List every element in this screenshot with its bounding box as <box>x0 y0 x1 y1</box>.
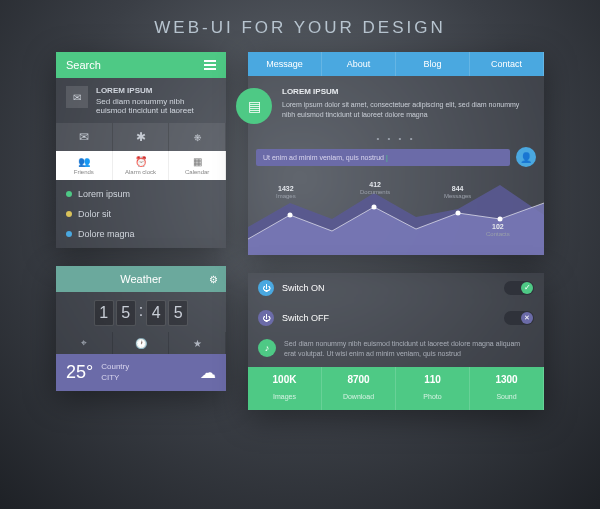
digit: 5 <box>116 300 136 326</box>
star-icon[interactable]: ★ <box>169 332 226 354</box>
chart-label: 844Messages <box>444 185 471 201</box>
power-icon: ⏻ <box>258 310 274 326</box>
description-row: ♪ Sed diam nonummy nibh euismod tincidun… <box>248 333 544 367</box>
alarm-tile[interactable]: ⏰Alarm clock <box>113 151 170 180</box>
tab-contact[interactable]: Contact <box>470 52 544 76</box>
svg-point-0 <box>288 213 293 218</box>
clock: 1 5 : 4 5 <box>56 292 226 332</box>
search-input[interactable]: Ut enim ad minim veniam, quis nostrud | <box>256 149 510 166</box>
svg-point-2 <box>456 211 461 216</box>
pager-dots[interactable]: • • • • <box>248 134 544 147</box>
power-icon: ⏻ <box>258 280 274 296</box>
stat-images[interactable]: 100KImages <box>248 367 322 410</box>
main-panel: Message About Blog Contact ▤ LOREM IPSUM… <box>248 52 544 255</box>
calendar-tile[interactable]: ▦Calendar <box>169 151 226 180</box>
digit: 5 <box>168 300 188 326</box>
gear-icon[interactable]: ⚙ <box>209 274 218 285</box>
list-item[interactable]: Dolore magna <box>56 224 226 244</box>
weather-footer: 25° CountryCITY ☁ <box>56 354 226 391</box>
search-panel: Search ✉ LOREM IPSUMSed diam nonummy nib… <box>56 52 226 248</box>
sidebar-list: Lorem ipsum Dolor sit Dolore magna <box>56 180 226 248</box>
temperature: 25° <box>66 362 93 383</box>
svg-point-1 <box>372 205 377 210</box>
weather-icons: ⌖ 🕐 ★ <box>56 332 226 354</box>
tab-about[interactable]: About <box>322 52 396 76</box>
digit: 1 <box>94 300 114 326</box>
clock-icon[interactable]: 🕐 <box>113 332 170 354</box>
friends-tile[interactable]: 👥Friends <box>56 151 113 180</box>
location: CountryCITY <box>101 362 192 383</box>
bug-icon[interactable]: ✱ <box>113 123 170 151</box>
user-icon[interactable]: 👤 <box>516 147 536 167</box>
cloud-icon: ☁ <box>200 363 216 382</box>
svg-point-3 <box>498 217 503 222</box>
switch-panel: ⏻ Switch ON ⏻ Switch OFF ♪ Sed diam nonu… <box>248 273 544 410</box>
list-item[interactable]: Lorem ipsum <box>56 184 226 204</box>
chart-label: 1432Images <box>276 185 296 201</box>
search-lorem: LOREM IPSUMSed diam nonummy nibh euismod… <box>96 86 216 115</box>
digit: 4 <box>146 300 166 326</box>
icon-row: ✉ ✱ ⎈ <box>56 123 226 151</box>
mail-icon[interactable]: ✉ <box>56 123 113 151</box>
weather-title: Weather <box>120 273 161 285</box>
list-item[interactable]: Dolor sit <box>56 204 226 224</box>
stat-photo[interactable]: 110Photo <box>396 367 470 410</box>
anchor-icon[interactable]: ⎈ <box>169 123 226 151</box>
tab-message[interactable]: Message <box>248 52 322 76</box>
stats-bar: 100KImages 8700Download 110Photo 1300Sou… <box>248 367 544 410</box>
menu-icon[interactable] <box>204 60 216 70</box>
chart-label: 102Contacts <box>486 223 510 239</box>
stat-sound[interactable]: 1300Sound <box>470 367 544 410</box>
toggle-off[interactable] <box>504 311 534 325</box>
area-chart: 1432Images 412Documents 844Messages 102C… <box>248 175 544 255</box>
chart-label: 412Documents <box>360 181 390 197</box>
switch-on-row: ⏻ Switch ON <box>248 273 544 303</box>
toggle-on[interactable] <box>504 281 534 295</box>
page-title: WEB-UI FOR YOUR DESIGN <box>0 0 600 52</box>
description-text: Sed diam nonummy nibh euismod tincidunt … <box>284 339 534 359</box>
weather-header: Weather ⚙ <box>56 266 226 292</box>
switch-label: Switch OFF <box>282 313 496 323</box>
hero-text: LOREM IPSUMLorem ipsum dolor sit amet, c… <box>282 86 534 124</box>
action-tiles: 👥Friends ⏰Alarm clock ▦Calendar <box>56 151 226 180</box>
music-icon: ♪ <box>258 339 276 357</box>
switch-off-row: ⏻ Switch OFF <box>248 303 544 333</box>
pin-icon[interactable]: ⌖ <box>56 332 113 354</box>
stat-download[interactable]: 8700Download <box>322 367 396 410</box>
mail-icon[interactable]: ✉ <box>66 86 88 108</box>
weather-panel: Weather ⚙ 1 5 : 4 5 ⌖ 🕐 ★ 25° CountryCIT… <box>56 266 226 391</box>
tab-bar: Message About Blog Contact <box>248 52 544 76</box>
search-bar: Ut enim ad minim veniam, quis nostrud | … <box>248 147 544 175</box>
tab-blog[interactable]: Blog <box>396 52 470 76</box>
document-icon: ▤ <box>236 88 272 124</box>
switch-label: Switch ON <box>282 283 496 293</box>
hero: ▤ LOREM IPSUMLorem ipsum dolor sit amet,… <box>248 76 544 134</box>
search-title: Search <box>66 59 101 71</box>
search-header: Search <box>56 52 226 78</box>
